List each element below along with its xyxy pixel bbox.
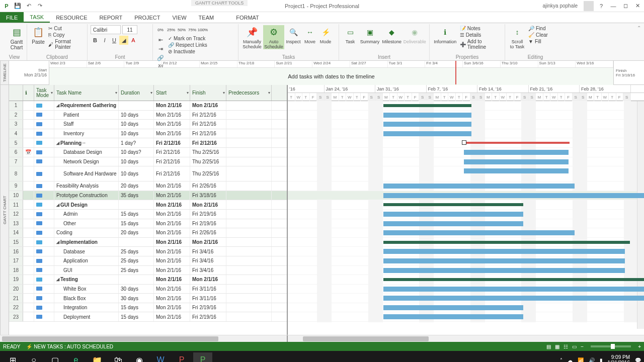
information-button[interactable]: ℹInformation xyxy=(433,25,458,50)
view-icon-4[interactable]: ▭ xyxy=(572,344,577,349)
table-row[interactable]: 15◢ImplementationMon 2/1/16Mon 2/1/16 xyxy=(9,238,287,247)
table-row[interactable]: 1◢Requirement GatheringMon 2/1/16Mon 2/1… xyxy=(9,101,287,111)
explorer-icon[interactable]: 📁 xyxy=(88,352,107,362)
table-row[interactable]: 8Software And Hardware10 daysFri 2/12/16… xyxy=(9,166,287,182)
table-row[interactable]: 21Black Box30 daysMon 2/1/16Fri 3/11/16 xyxy=(9,294,287,303)
table-row[interactable]: 17Application25 daysMon 2/1/16Fri 3/4/16 xyxy=(9,256,287,266)
find-button[interactable]: 🔎Find xyxy=(528,25,548,32)
volume-icon[interactable]: 🔊 xyxy=(589,357,595,363)
chrome-icon[interactable]: ◉ xyxy=(130,352,149,362)
tab-view[interactable]: VIEW xyxy=(166,12,192,23)
table-row[interactable]: 13Other15 daysMon 2/1/16Fri 2/19/16 xyxy=(9,219,287,229)
pct25-button[interactable]: 25% xyxy=(167,25,176,34)
tab-format[interactable]: FORMAT xyxy=(230,12,265,23)
tab-team[interactable]: TEAM xyxy=(193,12,220,23)
bgcolor-button[interactable]: ◢ xyxy=(119,36,128,45)
start-button[interactable]: ⊞ xyxy=(3,352,22,362)
table-row[interactable]: 20White Box30 daysMon 2/1/16Fri 3/11/16 xyxy=(9,285,287,294)
respect-links-button[interactable]: 🔗Respect Links xyxy=(168,42,207,48)
vertical-scrollbar[interactable] xyxy=(637,101,644,329)
table-row[interactable]: 11◢GUI DesignMon 2/1/16Mon 2/1/16 xyxy=(9,200,287,210)
col-predecessors[interactable]: Predecessors▾ xyxy=(226,85,272,101)
table-row[interactable]: 3Staff10 daysMon 2/1/16Fri 2/12/16 xyxy=(9,120,287,129)
table-row[interactable]: 14Coding20 daysMon 2/1/16Fri 2/26/16 xyxy=(9,228,287,238)
ppt-icon[interactable]: P xyxy=(172,352,191,362)
minimize-icon[interactable]: — xyxy=(609,2,618,11)
tab-task[interactable]: TASK xyxy=(24,12,50,23)
tab-resource[interactable]: RESOURCE xyxy=(50,12,93,23)
zoom-in-icon[interactable]: + xyxy=(638,344,641,349)
milestone-button[interactable]: ◆Milestone xyxy=(381,25,403,44)
inspect-button[interactable]: 🔍Inspect xyxy=(285,25,302,49)
scroll-to-task-button[interactable]: ↕Scroll to Task xyxy=(508,25,526,49)
zoom-out-icon[interactable]: − xyxy=(581,344,584,349)
tab-file[interactable]: FILE xyxy=(0,12,24,23)
notifications-icon[interactable]: 💬 xyxy=(635,357,641,363)
system-clock[interactable]: 9:09 PM1/31/2016 xyxy=(608,354,630,362)
inactivate-button[interactable]: ⊘Inactivate xyxy=(168,48,207,55)
table-row[interactable]: 6📅Database Design10 days?Fri 2/12/16Thu … xyxy=(9,148,287,157)
battery-icon[interactable]: ▮ xyxy=(600,357,603,363)
help-icon[interactable]: ? xyxy=(597,2,606,11)
pct50-button[interactable]: 50% xyxy=(177,25,186,34)
collapse-ribbon-icon[interactable]: ⌃ xyxy=(637,25,641,31)
clear-button[interactable]: 🧹Clear xyxy=(528,32,548,38)
table-row[interactable]: 16Database25 daysMon 2/1/16Fri 3/4/16 xyxy=(9,247,287,256)
move-button[interactable]: ↔Move xyxy=(302,25,317,49)
pct100-button[interactable]: 100% xyxy=(198,25,207,34)
col-finish[interactable]: Finish▾ xyxy=(190,85,226,101)
fill-button[interactable]: ▼Fill xyxy=(528,38,548,45)
font-name-select[interactable]: Calibri xyxy=(91,25,121,34)
cortana-icon[interactable]: ○ xyxy=(24,352,43,362)
table-row[interactable]: 2Patient10 daysMon 2/1/16Fri 2/12/16 xyxy=(9,111,287,120)
table-row[interactable]: 23Deployment15 daysMon 2/1/16Fri 2/19/16 xyxy=(9,312,287,322)
tab-report[interactable]: REPORT xyxy=(94,12,129,23)
table-row[interactable]: 12Admin15 daysMon 2/1/16Fri 2/19/16 xyxy=(9,210,287,219)
paste-button[interactable]: 📋 Paste xyxy=(30,25,46,50)
timeline-placeholder[interactable]: Add tasks with dates to the timeline xyxy=(49,68,613,85)
table-row[interactable]: 5◢Planning ↔1 day?Fri 2/12/16Fri 2/12/16 xyxy=(9,138,287,148)
view-icon-2[interactable]: ▦ xyxy=(555,344,559,349)
table-row[interactable]: 19◢TestingMon 2/1/16Mon 2/1/16 xyxy=(9,275,287,285)
outdent-button[interactable]: ⇤ xyxy=(156,35,165,44)
col-name[interactable]: Task Name▾ xyxy=(54,85,119,101)
table-row[interactable]: 18GUI25 daysMon 2/1/16Fri 3/4/16 xyxy=(9,266,287,276)
save-icon[interactable]: 💾 xyxy=(13,2,22,11)
zoom-slider[interactable] xyxy=(591,345,631,347)
cut-button[interactable]: ✂Cut xyxy=(48,25,84,32)
tab-project[interactable]: PROJECT xyxy=(128,12,166,23)
auto-schedule-button[interactable]: ⚙Auto Schedule xyxy=(263,25,284,49)
indent-button[interactable]: ⇥ xyxy=(156,44,165,53)
underline-button[interactable]: U xyxy=(110,36,119,45)
col-mode[interactable]: Task Mode▾ xyxy=(34,85,54,101)
summary-button[interactable]: ▣Summary xyxy=(359,25,380,44)
close-icon[interactable]: ✕ xyxy=(633,2,642,11)
horizontal-scrollbar[interactable] xyxy=(0,335,644,342)
undo-icon[interactable]: ↶ xyxy=(24,2,33,11)
redo-icon[interactable]: ↷ xyxy=(35,2,44,11)
task-button[interactable]: ▭Task xyxy=(342,25,358,44)
copy-button[interactable]: ⎘Copy xyxy=(48,32,84,38)
onedrive-icon[interactable]: ☁ xyxy=(568,357,573,363)
add-timeline-button[interactable]: ➕Add to Timeline xyxy=(460,38,502,50)
pct0-button[interactable]: 0% xyxy=(156,25,165,34)
manually-schedule-button[interactable]: 📌Manually Schedule xyxy=(242,25,263,49)
italic-button[interactable]: I xyxy=(100,36,109,45)
maximize-icon[interactable]: ◻ xyxy=(621,2,630,11)
store-icon[interactable]: 🛍 xyxy=(109,352,128,362)
view-icon-3[interactable]: ☷ xyxy=(564,344,568,349)
notes-button[interactable]: 📝Notes xyxy=(460,25,502,32)
project-taskbar-icon[interactable]: P xyxy=(193,352,212,362)
table-row[interactable]: 7Network Design10 daysFri 2/12/16Thu 2/2… xyxy=(9,157,287,167)
col-start[interactable]: Start▾ xyxy=(154,85,190,101)
format-painter-button[interactable]: 🖌Format Painter xyxy=(48,38,84,50)
mode-button[interactable]: ⚡Mode xyxy=(318,25,333,49)
fontcolor-button[interactable]: A xyxy=(129,36,138,45)
table-row[interactable]: 4Inventory10 daysMon 2/1/16Fri 2/12/16 xyxy=(9,129,287,139)
gantt-chart-button[interactable]: ▤ Gantt Chart xyxy=(5,25,28,50)
mark-on-track-button[interactable]: ✓Mark on Track xyxy=(168,35,207,42)
taskview-icon[interactable]: ▢ xyxy=(45,352,64,362)
word-icon[interactable]: W xyxy=(151,352,170,362)
view-icon-1[interactable]: ▤ xyxy=(546,344,551,349)
col-info[interactable]: ℹ xyxy=(23,85,34,101)
